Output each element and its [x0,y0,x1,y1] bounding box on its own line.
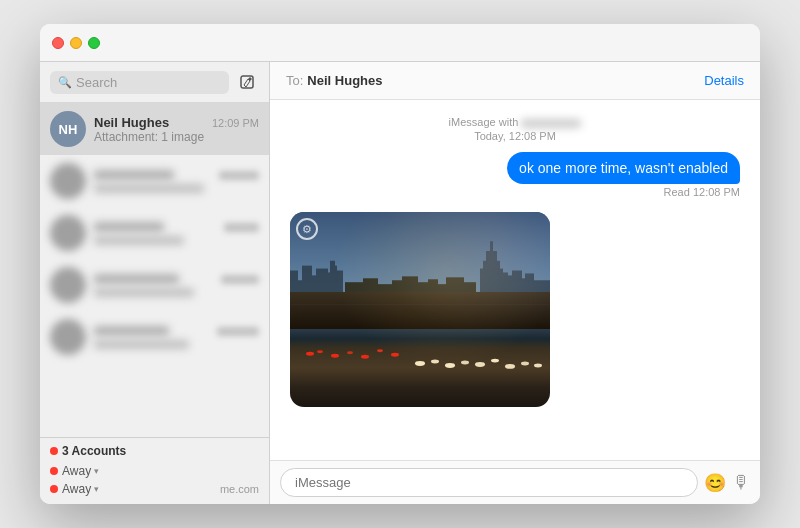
message-bubble-outgoing: ok one more time, wasn't enabled [507,152,740,184]
search-icon: 🔍 [58,76,72,89]
to-label: To: [286,73,303,88]
conversation-item-5[interactable] [40,311,269,363]
service-label: me.com [220,483,259,495]
messages-window: 🔍 Search NH [40,24,760,504]
microphone-icon[interactable]: 🎙 [732,472,750,493]
chevron-down-icon: ▾ [94,466,99,476]
conv-name-blurred [94,274,179,284]
city-overlay [290,212,550,407]
details-button[interactable]: Details [704,73,744,88]
close-button[interactable] [52,37,64,49]
status-dot-2 [50,485,58,493]
conv-preview-blurred [94,236,184,245]
conv-preview-blurred [94,340,189,349]
main-content: 🔍 Search NH [40,62,760,504]
conv-preview-blurred [94,184,204,193]
compose-button[interactable] [235,70,259,94]
loading-indicator: ⚙ [296,218,318,240]
search-bar[interactable]: 🔍 Search [50,71,229,94]
conversation-item-4[interactable] [40,259,269,311]
status-dot [50,467,58,475]
avatar [50,163,86,199]
traffic-lights [52,37,100,49]
conversation-item-neil-hughes[interactable]: NH Neil Hughes 12:09 PM Attachment: 1 im… [40,103,269,155]
conversation-item-2[interactable] [40,155,269,207]
timestamp-label: Today, 12:08 PM [474,130,556,142]
sidebar-footer: 3 Accounts Away ▾ Away ▾ me.com [40,437,269,504]
chat-input-bar: 😊 🎙 [270,460,760,504]
sidebar: 🔍 Search NH [40,62,270,504]
conv-info [94,274,259,297]
maximize-button[interactable] [88,37,100,49]
imessage-label: iMessage with [449,116,582,128]
conv-time: 12:09 PM [212,117,259,129]
status-label-1: Away ▾ [62,464,99,478]
status-row-2: Away ▾ me.com [50,480,259,498]
chat-recipient: Neil Hughes [307,73,382,88]
conv-preview-blurred [94,288,194,297]
conv-name-blurred [94,222,164,232]
accounts-label: 3 Accounts [62,444,126,458]
conv-name-blurred [94,326,169,336]
conv-top [94,170,259,180]
status-row-1: Away ▾ [50,462,259,480]
status-dot [50,447,58,455]
image-attachment: ⚙ [290,212,550,407]
status-label-2: Away ▾ [62,482,99,496]
conv-top [94,222,259,232]
conv-info: Neil Hughes 12:09 PM Attachment: 1 image [94,115,259,144]
city-highway-image [290,212,550,407]
conv-time-blurred [219,171,259,180]
avatar: NH [50,111,86,147]
conv-top: Neil Hughes 12:09 PM [94,115,259,130]
avatar [50,319,86,355]
minimize-button[interactable] [70,37,82,49]
imessage-name-blurred [521,119,581,128]
conv-info [94,170,259,193]
chevron-down-icon-2: ▾ [94,484,99,494]
chat-header: To: Neil Hughes Details [270,62,760,100]
conv-top [94,326,259,336]
conv-preview: Attachment: 1 image [94,130,259,144]
avatar [50,215,86,251]
chat-area: To: Neil Hughes Details iMessage with To… [270,62,760,504]
message-input[interactable] [280,468,698,497]
conv-name: Neil Hughes [94,115,169,130]
chat-messages: iMessage with Today, 12:08 PM ok one mor… [270,100,760,460]
conversation-item-3[interactable] [40,207,269,259]
conv-name-blurred [94,170,174,180]
read-status: Read 12:08 PM [290,186,740,198]
search-placeholder: Search [76,75,117,90]
conv-time-blurred [221,275,259,284]
accounts-section: 3 Accounts [50,444,259,458]
conv-time-blurred [224,223,259,232]
title-bar [40,24,760,62]
messages-container: ok one more time, wasn't enabled Read 12… [290,152,740,407]
conv-time-blurred [217,327,259,336]
sidebar-header: 🔍 Search [40,62,269,103]
conv-info [94,222,259,245]
gear-icon: ⚙ [302,223,312,236]
conversation-list: NH Neil Hughes 12:09 PM Attachment: 1 im… [40,103,269,437]
conv-top [94,274,259,284]
avatar [50,267,86,303]
emoji-icon[interactable]: 😊 [704,472,726,494]
conv-info [94,326,259,349]
